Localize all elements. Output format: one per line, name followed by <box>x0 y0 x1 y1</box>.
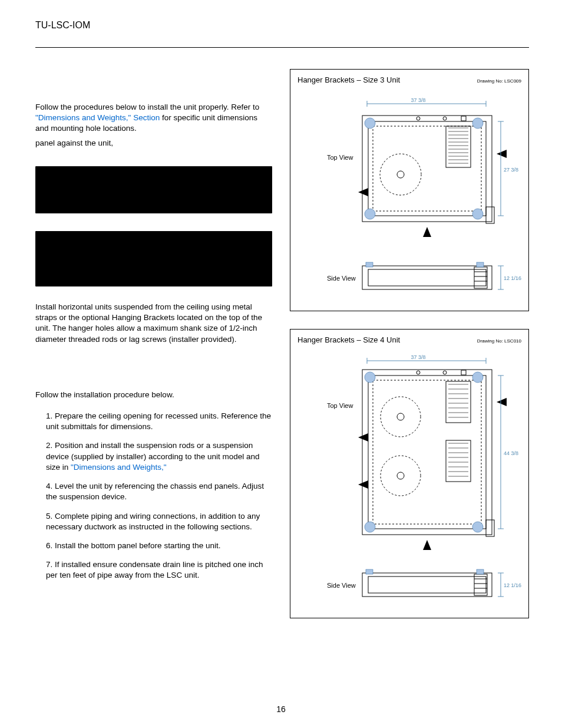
svg-rect-33 <box>474 267 487 288</box>
svg-point-51 <box>397 472 404 479</box>
svg-point-25 <box>472 118 483 129</box>
svg-point-48 <box>381 397 421 437</box>
svg-rect-88 <box>477 569 484 574</box>
redacted-box-2 <box>35 231 272 286</box>
step-2-link[interactable]: "Dimensions and Weights," <box>71 463 166 472</box>
arrow-left-icon <box>497 150 507 158</box>
step-5: 5. Complete piping and wiring connection… <box>46 511 272 532</box>
doc-code: TU-LSC-IOM <box>35 20 529 31</box>
page-number: 16 <box>0 704 562 714</box>
figure-size3: Hanger Brackets – Size 3 Unit Drawing No… <box>290 69 529 311</box>
arrow-left-icon <box>497 398 507 406</box>
svg-rect-45 <box>362 370 492 535</box>
two-column-layout: Follow the procedures below to install t… <box>35 69 529 636</box>
f2-dim-width: 37 3/8 <box>411 354 425 360</box>
step-6: 6. Install the bottom panel before start… <box>46 541 272 551</box>
figure-size4: Hanger Brackets – Size 4 Unit Drawing No… <box>290 329 529 618</box>
figure1-diagram: Top View 37 3/8 <box>297 89 521 301</box>
svg-rect-47 <box>373 380 481 524</box>
svg-rect-8 <box>446 126 471 167</box>
svg-rect-73 <box>486 520 494 536</box>
svg-rect-5 <box>373 126 481 211</box>
svg-point-7 <box>397 171 404 178</box>
svg-rect-4 <box>368 121 486 216</box>
figure2-caption: Hanger Brackets – Size 4 Unit <box>297 335 400 344</box>
figure1-drawing-no: Drawing No: LSC009 <box>477 78 521 84</box>
arrow-up-icon <box>423 540 431 550</box>
f2-dim-side: 12 1/16 <box>504 582 521 588</box>
svg-rect-32 <box>368 269 486 286</box>
arrow-left-icon <box>358 480 368 489</box>
svg-point-77 <box>472 522 483 532</box>
svg-point-24 <box>365 118 375 129</box>
intro-line2: panel against the unit, <box>35 138 272 149</box>
intro-text-a: Follow the procedures below to install t… <box>35 103 259 111</box>
svg-rect-82 <box>368 577 486 593</box>
svg-point-70 <box>416 371 420 374</box>
svg-rect-52 <box>446 381 471 423</box>
f2-side-view-label: Side View <box>327 582 356 589</box>
page: TU-LSC-IOM Follow the procedures below t… <box>0 0 562 728</box>
step-2: 2. Position and install the suspension r… <box>46 440 272 473</box>
svg-point-20 <box>416 117 420 120</box>
f1-top-view-label: Top View <box>327 154 353 161</box>
svg-point-26 <box>365 209 375 219</box>
svg-rect-23 <box>486 207 494 223</box>
f1-side-view-label: Side View <box>327 275 356 282</box>
install-steps: 1. Prepare the ceiling opening for reces… <box>35 411 272 581</box>
svg-rect-87 <box>366 569 373 574</box>
arrow-left-icon <box>358 433 368 442</box>
svg-point-21 <box>443 117 447 120</box>
svg-point-76 <box>365 522 375 532</box>
svg-rect-3 <box>362 116 492 222</box>
arrow-up-icon <box>423 227 431 237</box>
header-rule <box>35 47 529 48</box>
step-1: 1. Prepare the ceiling opening for reces… <box>46 411 272 432</box>
f2-dim-height: 44 3/8 <box>504 450 518 456</box>
svg-rect-38 <box>477 262 484 267</box>
f1-dim-height: 27 3/8 <box>504 167 518 173</box>
suspend-paragraph: Install horizontal units suspended from … <box>35 302 272 345</box>
svg-rect-22 <box>461 116 466 121</box>
f2-top-view-label: Top View <box>327 402 353 409</box>
redacted-box-1 <box>35 166 272 213</box>
svg-rect-72 <box>461 370 466 375</box>
svg-point-50 <box>381 456 421 496</box>
arrow-left-icon <box>358 188 368 196</box>
f1-dim-side: 12 1/16 <box>504 275 521 281</box>
left-column: Follow the procedures below to install t… <box>35 69 272 636</box>
right-column: Hanger Brackets – Size 3 Unit Drawing No… <box>290 69 529 636</box>
svg-point-49 <box>397 413 404 420</box>
dimensions-weights-link[interactable]: "Dimensions and Weights," Section <box>35 113 160 122</box>
figure2-diagram: Top View 37 3/8 <box>297 349 521 608</box>
f1-dim-width: 37 3/8 <box>411 97 425 103</box>
svg-rect-37 <box>366 262 373 267</box>
svg-point-6 <box>380 154 421 195</box>
svg-point-27 <box>472 209 483 219</box>
figure2-drawing-no: Drawing No: LSC010 <box>477 338 521 344</box>
svg-rect-53 <box>446 440 471 482</box>
svg-point-71 <box>443 371 447 374</box>
svg-point-75 <box>472 372 483 383</box>
step-4: 4. Level the unit by referencing the cha… <box>46 481 272 502</box>
step-7: 7. If installed ensure condensate drain … <box>46 559 272 581</box>
figure1-caption: Hanger Brackets – Size 3 Unit <box>297 75 400 84</box>
intro-paragraph: Follow the procedures below to install t… <box>35 102 272 134</box>
follow-paragraph: Follow the installation procedure below. <box>35 390 272 400</box>
svg-point-74 <box>365 372 375 383</box>
svg-rect-83 <box>474 574 487 595</box>
